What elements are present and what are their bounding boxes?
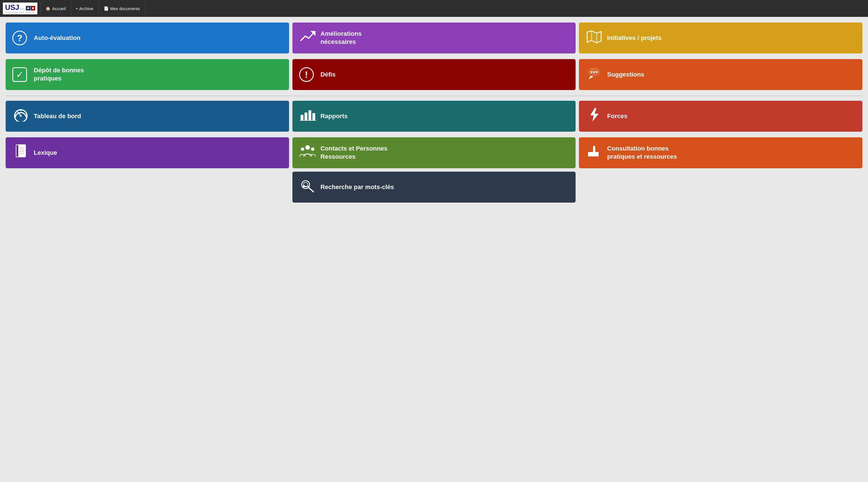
tile-lexique-label: Lexique [34, 149, 57, 157]
tile-suggestions[interactable]: Suggestions [579, 59, 862, 90]
exclaim-circle: ! [299, 67, 314, 82]
divider [6, 96, 862, 96]
question-circle: ? [12, 31, 27, 45]
nav-archive-label: Archive [79, 6, 93, 11]
nav-archive[interactable]: ▪ Archive [71, 0, 99, 17]
svg-rect-41 [588, 152, 590, 157]
nav-mes-documents-label: Mes documents [110, 6, 140, 11]
tile-initiatives-label: Initiatives / projets [607, 34, 661, 42]
check-icon: ✓ [12, 67, 29, 82]
tile-rapports-label: Rapports [320, 112, 348, 120]
exclamation-icon: ! [299, 67, 316, 82]
grid-row-3: Tableau de bord Rapports Forces [6, 101, 862, 132]
gauge-icon [12, 108, 29, 125]
svg-point-8 [591, 71, 592, 73]
tile-lexique[interactable]: Lexique [6, 137, 289, 168]
svg-point-14 [20, 115, 22, 117]
svg-rect-19 [305, 113, 307, 120]
svg-point-9 [593, 71, 595, 73]
tile-forces-label: Forces [607, 112, 627, 120]
svg-rect-20 [308, 110, 311, 120]
chart-icon [299, 30, 316, 47]
logo-brand: USJ 1875 Université Saint-Joseph de Beyr… [3, 3, 40, 15]
bolt-icon [586, 108, 602, 125]
svg-rect-33 [17, 145, 18, 157]
tile-contacts-label: Contacts et Personnes Ressources [320, 145, 388, 161]
grid-row-1: ? Auto-évaluation Améliorations nécessai… [6, 23, 862, 53]
tile-consultation[interactable]: Consultation bonnes pratiques et ressour… [579, 137, 862, 168]
tile-tableau-label: Tableau de bord [34, 112, 81, 120]
question-icon: ? [12, 31, 29, 45]
tile-defis-label: Défis [320, 70, 336, 79]
logo-year: 1875 [20, 8, 25, 10]
svg-point-38 [305, 145, 310, 150]
tile-defis[interactable]: ! Défis [292, 59, 576, 90]
logo-usj-text: USJ [5, 4, 20, 11]
tile-suggestions-label: Suggestions [607, 70, 644, 79]
svg-point-40 [311, 147, 314, 151]
svg-point-10 [596, 71, 597, 73]
tile-forces[interactable]: Forces [579, 101, 862, 132]
nav-accueil[interactable]: 🏠 Accueil [40, 0, 71, 17]
main-content: ? Auto-évaluation Améliorations nécessai… [0, 17, 868, 208]
bar-chart-icon [299, 108, 316, 125]
tile-recherche-label: Recherche par mots-clés [320, 183, 394, 191]
svg-rect-18 [301, 115, 303, 120]
tile-rapports[interactable]: Rapports [292, 101, 576, 132]
thumbs-up-icon [586, 144, 602, 162]
check-box: ✓ [12, 67, 27, 82]
logo-subtitle: Université Saint-Joseph de Beyrouth [5, 11, 35, 13]
grid-row-5: Recherche par mots-clés [6, 172, 862, 203]
tile-ameliorations-label: Améliorations nécessaires [320, 30, 362, 46]
people-icon [299, 144, 316, 162]
map-icon [586, 30, 602, 47]
tile-ameliorations[interactable]: Améliorations nécessaires [292, 23, 576, 53]
tile-consultation-label: Consultation bonnes pratiques et ressour… [607, 145, 677, 161]
svg-rect-47 [308, 186, 309, 188]
logo-sq-crimson [31, 6, 35, 10]
tile-auto-evaluation-label: Auto-évaluation [34, 34, 81, 42]
key-search-icon [299, 178, 316, 196]
svg-point-39 [301, 147, 304, 151]
book-icon [12, 144, 29, 162]
svg-rect-0 [32, 7, 34, 9]
logo-container: USJ 1875 Université Saint-Joseph de Beyr… [3, 3, 37, 15]
chat-icon [586, 66, 602, 83]
tile-auto-evaluation[interactable]: ? Auto-évaluation [6, 23, 289, 53]
svg-point-15 [15, 116, 16, 117]
tile-depot-label: Dépôt de bonnes pratiques [34, 66, 84, 82]
svg-point-17 [20, 110, 22, 111]
archive-icon: ▪ [76, 6, 78, 11]
nav-mes-documents[interactable]: 📄 Mes documents [99, 0, 145, 17]
navbar: USJ 1875 Université Saint-Joseph de Beyr… [0, 0, 868, 17]
tile-recherche[interactable]: Recherche par mots-clés [292, 172, 576, 203]
svg-rect-21 [312, 113, 315, 120]
logo-wrapper: USJ 1875 [5, 4, 35, 11]
grid-row-2: ✓ Dépôt de bonnes pratiques ! Défis [6, 59, 862, 90]
svg-marker-23 [590, 108, 599, 121]
svg-point-16 [26, 116, 27, 117]
tile-depot[interactable]: ✓ Dépôt de bonnes pratiques [6, 59, 289, 90]
tile-initiatives[interactable]: Initiatives / projets [579, 23, 862, 53]
logo-squares [26, 6, 35, 10]
svg-line-43 [308, 188, 313, 192]
nav-accueil-label: Accueil [52, 6, 65, 11]
tile-contacts[interactable]: Contacts et Personnes Ressources [292, 137, 576, 168]
tile-tableau[interactable]: Tableau de bord [6, 101, 289, 132]
svg-rect-48 [306, 186, 307, 187]
logo-sq-navy [26, 6, 30, 10]
home-icon: 🏠 [45, 6, 50, 11]
document-icon: 📄 [104, 6, 108, 11]
grid-row-4: Lexique Contacts et Personnes Ressources [6, 137, 862, 168]
